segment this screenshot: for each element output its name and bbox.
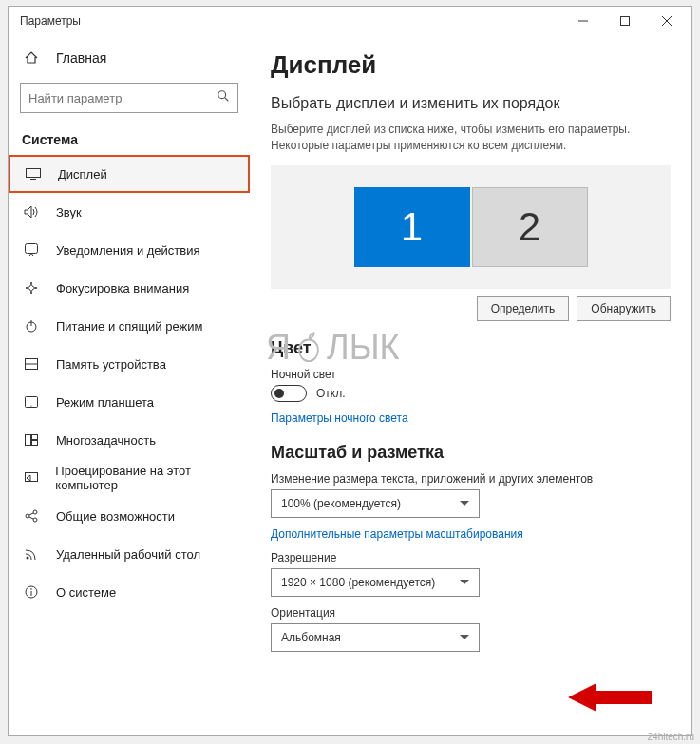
svg-point-24 bbox=[27, 557, 29, 560]
sidebar-item-label: Звук bbox=[56, 205, 82, 219]
display-icon bbox=[24, 168, 43, 180]
svg-rect-8 bbox=[26, 244, 38, 254]
sidebar-item-power[interactable]: Питание и спящий режим bbox=[9, 307, 250, 345]
arrow-annotation bbox=[568, 680, 653, 718]
search-icon bbox=[217, 89, 230, 106]
section-label: Система bbox=[9, 119, 250, 155]
sidebar-item-label: Память устройства bbox=[56, 357, 166, 372]
night-light-settings-link[interactable]: Параметры ночного света bbox=[271, 411, 408, 425]
night-light-toggle[interactable] bbox=[271, 385, 307, 402]
titlebar: Параметры bbox=[9, 7, 691, 35]
svg-line-5 bbox=[225, 98, 229, 102]
search-wrap bbox=[9, 77, 250, 119]
orientation-label: Ориентация bbox=[271, 606, 671, 620]
sidebar-item-sound[interactable]: Звук bbox=[9, 193, 250, 231]
sidebar-item-label: Уведомления и действия bbox=[56, 243, 200, 258]
resolution-select[interactable]: 1920 × 1080 (рекомендуется) bbox=[271, 568, 480, 597]
tablet-icon bbox=[22, 396, 41, 408]
sidebar-item-label: Многозадачность bbox=[56, 433, 156, 448]
resolution-value: 1920 × 1080 (рекомендуется) bbox=[281, 576, 435, 589]
scale-heading: Масштаб и разметка bbox=[271, 443, 671, 463]
sidebar-item-storage[interactable]: Память устройства bbox=[9, 345, 250, 383]
chevron-down-icon bbox=[460, 635, 469, 639]
svg-rect-17 bbox=[32, 441, 38, 446]
svg-line-23 bbox=[29, 517, 33, 519]
close-button[interactable] bbox=[646, 7, 688, 35]
sidebar-item-about[interactable]: О системе bbox=[9, 573, 250, 611]
content: Дисплей Выбрать дисплеи и изменить их по… bbox=[250, 35, 691, 735]
svg-line-22 bbox=[29, 513, 33, 515]
sidebar-item-notifications[interactable]: Уведомления и действия bbox=[9, 231, 250, 269]
svg-rect-18 bbox=[25, 473, 37, 482]
sidebar-item-label: Удаленный рабочий стол bbox=[56, 547, 200, 562]
sidebar-item-display[interactable]: Дисплей bbox=[9, 155, 250, 193]
night-light-toggle-row: Откл. bbox=[271, 385, 671, 402]
sidebar-item-label: Общие возможности bbox=[56, 509, 175, 524]
select-displays-desc: Выберите дисплей из списка ниже, чтобы и… bbox=[271, 122, 671, 154]
sidebar-item-projecting[interactable]: Проецирование на этот компьютер bbox=[9, 459, 250, 497]
night-light-label: Ночной свет bbox=[271, 368, 671, 381]
sidebar-item-label: Режим планшета bbox=[56, 395, 154, 410]
monitor-2[interactable]: 2 bbox=[472, 187, 588, 267]
power-icon bbox=[22, 319, 41, 333]
minimize-button[interactable] bbox=[562, 7, 604, 35]
storage-icon bbox=[22, 358, 41, 370]
sidebar: Главная Система Дисплей bbox=[9, 35, 250, 735]
sidebar-item-label: Проецирование на этот компьютер bbox=[55, 464, 250, 492]
sidebar-item-multitask[interactable]: Многозадачность bbox=[9, 421, 250, 459]
select-displays-heading: Выбрать дисплеи и изменить их порядок bbox=[271, 95, 671, 112]
identify-button[interactable]: Определить bbox=[477, 296, 570, 321]
sidebar-home-label: Главная bbox=[56, 50, 106, 66]
svg-point-20 bbox=[33, 510, 37, 514]
sidebar-home[interactable]: Главная bbox=[9, 39, 250, 77]
source-credit: 24hitech.ru bbox=[648, 732, 694, 742]
color-heading: Цвет bbox=[271, 338, 671, 358]
body: Главная Система Дисплей bbox=[9, 35, 691, 735]
svg-point-4 bbox=[218, 91, 226, 99]
svg-marker-28 bbox=[568, 683, 652, 712]
svg-point-14 bbox=[30, 405, 31, 406]
project-icon bbox=[22, 472, 40, 484]
detect-button[interactable]: Обнаружить bbox=[577, 296, 671, 321]
svg-point-21 bbox=[33, 518, 37, 522]
sidebar-item-shared[interactable]: Общие возможности bbox=[9, 497, 250, 535]
svg-rect-16 bbox=[32, 435, 38, 440]
scale-select[interactable]: 100% (рекомендуется) bbox=[271, 489, 480, 518]
search-box[interactable] bbox=[20, 83, 238, 113]
svg-point-27 bbox=[30, 588, 32, 590]
search-input[interactable] bbox=[28, 91, 217, 105]
svg-point-19 bbox=[26, 514, 29, 518]
night-light-state: Откл. bbox=[316, 387, 346, 400]
window-controls bbox=[562, 7, 688, 35]
notification-icon bbox=[22, 243, 41, 257]
display-buttons: Определить Обнаружить bbox=[271, 296, 671, 321]
sidebar-item-label: Фокусировка внимания bbox=[56, 281, 189, 296]
chevron-down-icon bbox=[460, 580, 469, 584]
orientation-select[interactable]: Альбомная bbox=[271, 623, 480, 652]
shared-icon bbox=[22, 509, 41, 523]
sound-icon bbox=[22, 205, 41, 219]
sidebar-item-remote[interactable]: Удаленный рабочий стол bbox=[9, 535, 250, 573]
display-arrangement[interactable]: 1 2 bbox=[271, 165, 671, 289]
advanced-scaling-link[interactable]: Дополнительные параметры масштабирования bbox=[271, 527, 523, 541]
chevron-down-icon bbox=[460, 501, 469, 506]
maximize-button[interactable] bbox=[604, 7, 646, 35]
resolution-label: Разрешение bbox=[271, 551, 671, 564]
remote-icon bbox=[22, 547, 41, 561]
svg-rect-15 bbox=[26, 435, 31, 446]
sidebar-item-label: О системе bbox=[56, 585, 116, 600]
sidebar-item-tablet[interactable]: Режим планшета bbox=[9, 383, 250, 421]
scale-value: 100% (рекомендуется) bbox=[281, 497, 401, 510]
sidebar-item-label: Дисплей bbox=[58, 167, 107, 181]
focus-icon bbox=[22, 281, 41, 295]
monitor-1[interactable]: 1 bbox=[354, 187, 470, 267]
svg-rect-1 bbox=[621, 17, 630, 26]
multitask-icon bbox=[22, 434, 41, 446]
sidebar-item-focus[interactable]: Фокусировка внимания bbox=[9, 269, 250, 307]
settings-window: Параметры Главная bbox=[8, 6, 692, 736]
svg-rect-6 bbox=[27, 169, 41, 178]
scale-label: Изменение размера текста, приложений и д… bbox=[271, 472, 671, 486]
page-heading: Дисплей bbox=[271, 50, 671, 80]
info-icon bbox=[22, 585, 41, 599]
window-title: Параметры bbox=[20, 14, 81, 28]
